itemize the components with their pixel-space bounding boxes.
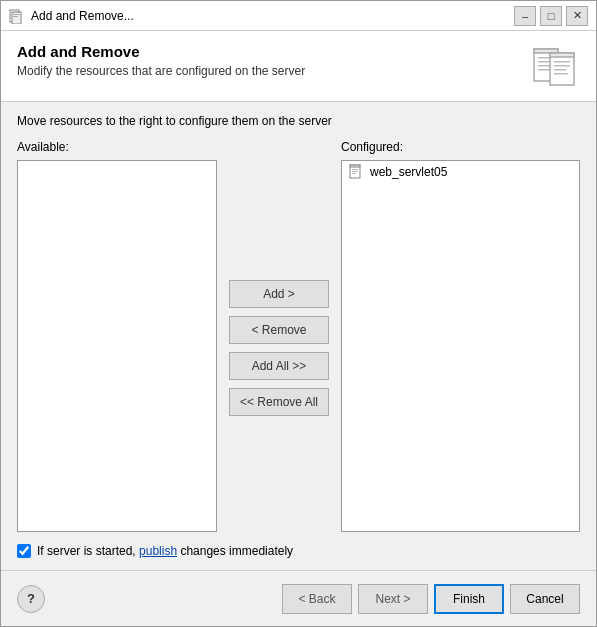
- remove-all-button[interactable]: << Remove All: [229, 388, 329, 416]
- svg-rect-2: [13, 12, 20, 13]
- title-bar-icon: [9, 8, 25, 24]
- footer-buttons: < Back Next > Finish Cancel: [282, 584, 580, 614]
- configured-label: Configured:: [341, 140, 580, 154]
- configured-list[interactable]: web_servlet05: [341, 160, 580, 532]
- svg-rect-14: [554, 65, 570, 67]
- checkbox-row: If server is started, publish changes im…: [17, 544, 580, 558]
- remove-button[interactable]: < Remove: [229, 316, 329, 344]
- dialog-subtitle: Modify the resources that are configured…: [17, 64, 305, 78]
- help-button[interactable]: ?: [17, 585, 45, 613]
- minimize-button[interactable]: –: [514, 6, 536, 26]
- close-button[interactable]: ✕: [566, 6, 588, 26]
- svg-rect-13: [554, 61, 570, 63]
- svg-rect-12: [550, 53, 574, 57]
- title-bar-controls: – □ ✕: [514, 6, 588, 26]
- next-button[interactable]: Next >: [358, 584, 428, 614]
- publish-checkbox[interactable]: [17, 544, 31, 558]
- dialog-footer: ? < Back Next > Finish Cancel: [1, 570, 596, 626]
- panels-row: Available: Add > < Remove Add All >> << …: [17, 140, 580, 532]
- configured-item-name: web_servlet05: [370, 165, 447, 179]
- svg-rect-15: [554, 69, 566, 71]
- svg-rect-4: [13, 16, 18, 17]
- available-panel: Available:: [17, 140, 217, 532]
- svg-rect-18: [350, 165, 360, 167]
- header-text: Add and Remove Modify the resources that…: [17, 43, 305, 78]
- add-button[interactable]: Add >: [229, 280, 329, 308]
- configured-panel: Configured: web_servlet05: [341, 140, 580, 532]
- svg-rect-16: [554, 73, 568, 75]
- finish-button[interactable]: Finish: [434, 584, 504, 614]
- available-label: Available:: [17, 140, 217, 154]
- svg-rect-1: [12, 12, 21, 24]
- dialog-header: Add and Remove Modify the resources that…: [1, 31, 596, 102]
- cancel-button[interactable]: Cancel: [510, 584, 580, 614]
- title-bar-title: Add and Remove...: [31, 9, 508, 23]
- svg-rect-20: [352, 171, 358, 172]
- checkbox-label-before: If server is started,: [37, 544, 139, 558]
- checkbox-label: If server is started, publish changes im…: [37, 544, 293, 558]
- svg-rect-19: [352, 169, 358, 170]
- transfer-buttons: Add > < Remove Add All >> << Remove All: [217, 140, 341, 532]
- svg-rect-21: [352, 173, 356, 174]
- maximize-button[interactable]: □: [540, 6, 562, 26]
- checkbox-label-after: changes immediately: [177, 544, 293, 558]
- header-icon: [532, 43, 580, 91]
- svg-rect-9: [538, 65, 550, 67]
- publish-link[interactable]: publish: [139, 544, 177, 558]
- instruction-text: Move resources to the right to configure…: [17, 114, 580, 128]
- dialog-title: Add and Remove: [17, 43, 305, 60]
- document-icon: [348, 164, 364, 180]
- back-button[interactable]: < Back: [282, 584, 352, 614]
- add-all-button[interactable]: Add All >>: [229, 352, 329, 380]
- dialog-body: Move resources to the right to configure…: [1, 102, 596, 570]
- title-bar: Add and Remove... – □ ✕: [1, 1, 596, 31]
- available-list[interactable]: [17, 160, 217, 532]
- footer-left: ?: [17, 585, 45, 613]
- svg-rect-3: [13, 14, 20, 15]
- list-item[interactable]: web_servlet05: [342, 161, 579, 183]
